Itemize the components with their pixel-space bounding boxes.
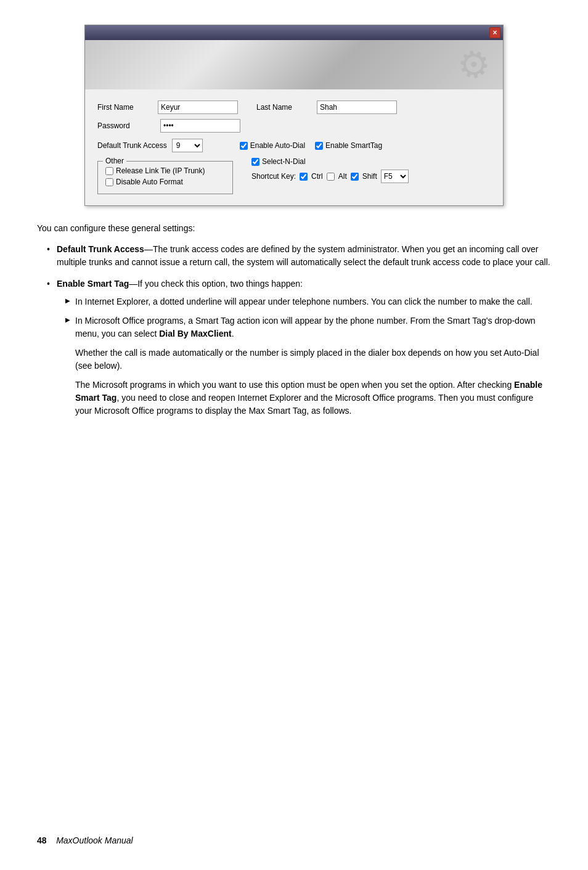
dialog-titlebar: × (85, 25, 503, 40)
smart-tag-intro: Enable Smart Tag—If you check this optio… (57, 279, 303, 289)
first-name-label: First Name (97, 103, 153, 112)
trunk-left: Default Trunk Access 9 (97, 139, 203, 152)
shortcut-row: Shortcut Key: Ctrl Alt Shift F5 (251, 170, 491, 183)
name-row: First Name Last Name (97, 101, 491, 114)
bottom-section: Other Release Link Tie (IP Trunk) Disabl… (97, 157, 491, 194)
enable-smart-tag-checkbox[interactable] (315, 142, 323, 150)
disable-auto-format-item: Disable Auto Format (105, 178, 225, 186)
password-label: Password (97, 121, 153, 130)
trunk-label: Default Trunk Access (97, 141, 167, 150)
gear-icon: ⚙ (454, 41, 494, 89)
trunk-term: Default Trunk Access—The trunk access co… (57, 244, 550, 267)
first-name-input[interactable] (158, 101, 238, 114)
disable-auto-format-label: Disable Auto Format (116, 178, 183, 186)
list-item-smart-tag: Enable Smart Tag—If you check this optio… (49, 277, 551, 417)
enable-smart-tag-item: Enable SmartTag (315, 141, 382, 150)
extra-para-2: The Microsoft programs in which you want… (57, 379, 551, 417)
sub-item-office: In Microsoft Office programs, a Smart Ta… (67, 314, 551, 340)
release-link-item: Release Link Tie (IP Trunk) (105, 166, 225, 175)
last-name-label: Last Name (256, 103, 312, 112)
ctrl-label: Ctrl (311, 172, 323, 181)
trunk-row: Default Trunk Access 9 Enable Auto-Dial … (97, 139, 491, 152)
last-name-group: Last Name (256, 101, 397, 114)
release-link-label: Release Link Tie (IP Trunk) (116, 166, 205, 175)
sub-item-ie: In Internet Explorer, a dotted underline… (67, 295, 551, 308)
list-item-trunk: Default Trunk Access—The trunk access co… (49, 243, 551, 269)
right-section: Select-N-Dial Shortcut Key: Ctrl Alt Shi… (251, 157, 491, 194)
dialog-banner: ⚙ (85, 40, 503, 89)
release-link-checkbox[interactable] (105, 167, 113, 175)
enable-auto-dial-checkbox[interactable] (240, 142, 248, 150)
extra-para-1: Whether the call is made automatically o… (57, 347, 551, 372)
enable-smart-tag-label: Enable SmartTag (325, 141, 382, 150)
intro-text: You can configure these general settings… (37, 223, 551, 233)
trunk-select[interactable]: 9 (172, 139, 203, 152)
alt-label: Alt (338, 172, 347, 181)
main-bullet-list: Default Trunk Access—The trunk access co… (37, 243, 551, 417)
footer: 48 MaxOutlook Manual (37, 835, 133, 845)
select-n-dial-row: Select-N-Dial (251, 157, 491, 166)
shortcut-label: Shortcut Key: (251, 172, 296, 181)
shift-checkbox[interactable] (351, 173, 359, 181)
disable-auto-format-checkbox[interactable] (105, 178, 113, 186)
select-n-dial-checkbox[interactable] (251, 158, 259, 166)
enable-auto-dial-item: Enable Auto-Dial (240, 141, 305, 150)
alt-checkbox[interactable] (327, 173, 335, 181)
dialog-body: First Name Last Name Password (85, 89, 503, 205)
ctrl-checkbox[interactable] (300, 173, 308, 181)
select-n-dial-label: Select-N-Dial (262, 157, 306, 166)
page-number: 48 (37, 835, 47, 845)
last-name-input[interactable] (317, 101, 397, 114)
sub-bullet-list: In Internet Explorer, a dotted underline… (57, 295, 551, 340)
first-name-group: First Name (97, 101, 238, 114)
close-button[interactable]: × (489, 27, 500, 38)
settings-dialog: × ⚙ First Name Last Name (84, 25, 504, 206)
other-section: Other Release Link Tie (IP Trunk) Disabl… (97, 161, 233, 194)
shift-label: Shift (362, 172, 377, 181)
enable-auto-dial-label: Enable Auto-Dial (250, 141, 305, 150)
manual-title: MaxOutlook Manual (56, 835, 133, 845)
password-input[interactable] (160, 119, 240, 133)
top-checkboxes: Enable Auto-Dial Enable SmartTag (240, 141, 382, 150)
password-row: Password (97, 119, 491, 133)
other-legend: Other (103, 157, 126, 165)
key-select[interactable]: F5 (381, 170, 409, 183)
